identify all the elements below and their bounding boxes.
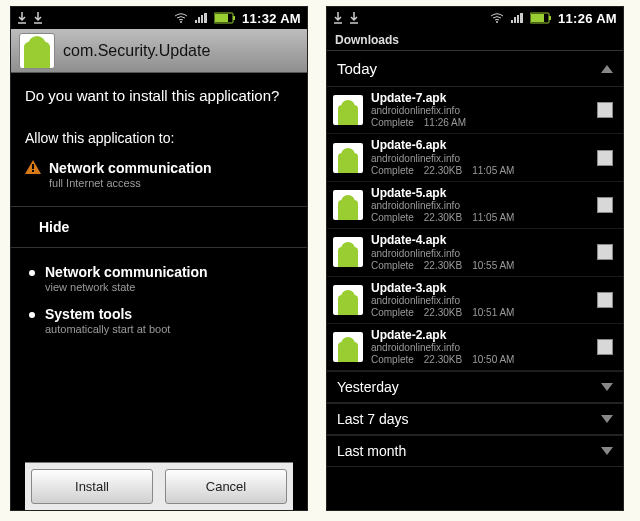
apk-icon [333,143,363,173]
install-button[interactable]: Install [31,469,153,504]
download-checkbox[interactable] [597,102,613,118]
permissions-header: Allow this application to: [25,130,293,146]
download-status-line: Complete22.30KB11:05 AM [371,165,589,177]
svg-rect-4 [32,164,34,169]
download-status-line: Complete11:26 AM [371,117,589,129]
apk-app-icon [19,33,55,69]
download-filename: Update-2.apk [371,328,589,342]
cancel-button[interactable]: Cancel [165,469,287,504]
download-indicator-icon [33,12,43,24]
collapsed-sections: Yesterday Last 7 days Last month [327,371,623,467]
wifi-icon [174,12,188,24]
download-checkbox[interactable] [597,150,613,166]
svg-rect-5 [32,170,34,172]
download-source: androidonlinefix.info [371,105,589,117]
section-label: Today [337,60,377,77]
download-time: 11:26 AM [424,117,466,129]
download-status-line: Complete22.30KB10:50 AM [371,354,589,366]
section-label: Last 7 days [337,411,409,427]
svg-point-0 [180,21,182,23]
download-indicator-icon [333,12,343,24]
extra-permissions-list: Network communication view network state… [25,258,293,342]
download-checkbox[interactable] [597,339,613,355]
status-bar: 11:26 AM [327,7,623,29]
apk-icon [333,95,363,125]
download-filename: Update-5.apk [371,186,589,200]
installer-body: Do you want to install this application?… [11,73,307,510]
download-source: androidonlinefix.info [371,200,589,212]
download-size: 22.30KB [424,354,462,366]
download-text: Update-4.apkandroidonlinefix.infoComplet… [371,233,589,271]
download-row[interactable]: Update-4.apkandroidonlinefix.infoComplet… [327,229,623,276]
download-filename: Update-4.apk [371,233,589,247]
section-label: Last month [337,443,406,459]
svg-rect-9 [531,14,544,22]
signal-icon [194,12,208,24]
download-time: 11:05 AM [472,165,514,177]
download-size: 22.30KB [424,307,462,319]
battery-icon [530,12,552,24]
download-status: Complete [371,165,414,177]
permission-item: Network communication view network state [29,258,293,300]
download-time: 10:55 AM [472,260,514,272]
download-time: 10:50 AM [472,354,514,366]
permission-subtitle: view network state [45,281,208,294]
download-status-line: Complete22.30KB10:55 AM [371,260,589,272]
download-text: Update-2.apkandroidonlinefix.infoComplet… [371,328,589,366]
apk-icon [333,332,363,362]
download-size: 22.30KB [424,212,462,224]
apk-icon [333,237,363,267]
install-prompt-screen: 11:32 AM com.Security.Update Do you want… [10,6,308,511]
download-row[interactable]: Update-3.apkandroidonlinefix.infoComplet… [327,277,623,324]
installer-button-bar: Install Cancel [25,462,293,510]
section-lastmonth[interactable]: Last month [327,435,623,467]
bullet-icon [29,270,35,276]
wifi-icon [490,12,504,24]
download-checkbox[interactable] [597,244,613,260]
download-filename: Update-3.apk [371,281,589,295]
download-row[interactable]: Update-2.apkandroidonlinefix.infoComplet… [327,324,623,371]
download-status: Complete [371,307,414,319]
section-yesterday[interactable]: Yesterday [327,371,623,403]
section-label: Yesterday [337,379,399,395]
downloads-body: Today Update-7.apkandroidonlinefix.infoC… [327,51,623,510]
svg-rect-2 [233,16,235,20]
download-status-line: Complete22.30KB10:51 AM [371,307,589,319]
download-text: Update-6.apkandroidonlinefix.infoComplet… [371,138,589,176]
hide-toggle[interactable]: Hide [11,206,307,248]
section-today[interactable]: Today [327,51,623,87]
download-status: Complete [371,354,414,366]
download-source: androidonlinefix.info [371,295,589,307]
download-row[interactable]: Update-7.apkandroidonlinefix.infoComplet… [327,87,623,134]
download-row[interactable]: Update-6.apkandroidonlinefix.infoComplet… [327,134,623,181]
status-bar: 11:32 AM [11,7,307,29]
download-text: Update-7.apkandroidonlinefix.infoComplet… [371,91,589,129]
signal-icon [510,12,524,24]
download-text: Update-5.apkandroidonlinefix.infoComplet… [371,186,589,224]
download-status: Complete [371,212,414,224]
download-time: 10:51 AM [472,307,514,319]
download-filename: Update-7.apk [371,91,589,105]
download-time: 11:05 AM [472,212,514,224]
permission-title: System tools [45,306,170,323]
svg-point-6 [496,21,498,23]
battery-icon [214,12,236,24]
permission-primary: Network communication full Internet acce… [25,156,293,200]
download-filename: Update-6.apk [371,138,589,152]
download-source: androidonlinefix.info [371,248,589,260]
download-checkbox[interactable] [597,197,613,213]
installer-titlebar: com.Security.Update [11,29,307,73]
permission-title: Network communication [49,160,212,177]
download-checkbox[interactable] [597,292,613,308]
download-source: androidonlinefix.info [371,153,589,165]
download-text: Update-3.apkandroidonlinefix.infoComplet… [371,281,589,319]
downloads-list: Update-7.apkandroidonlinefix.infoComplet… [327,87,623,371]
chevron-down-icon [601,447,613,455]
warning-icon [25,160,41,174]
download-row[interactable]: Update-5.apkandroidonlinefix.infoComplet… [327,182,623,229]
bullet-icon [29,312,35,318]
app-title: com.Security.Update [63,42,210,60]
permission-subtitle: full Internet access [49,177,212,190]
section-last7days[interactable]: Last 7 days [327,403,623,435]
download-indicator-icon [349,12,359,24]
